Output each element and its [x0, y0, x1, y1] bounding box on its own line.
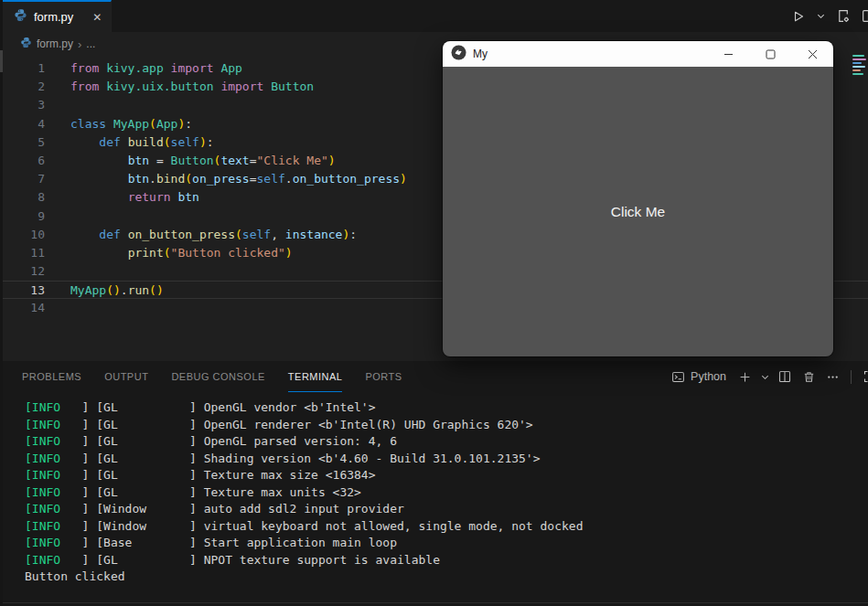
tab-debug-console[interactable]: DEBUG CONSOLE	[171, 361, 264, 392]
bottom-panel: PROBLEMS OUTPUT DEBUG CONSOLE TERMINAL P…	[3, 361, 868, 606]
click-me-button[interactable]: Click Me	[443, 67, 833, 356]
terminal-line: [INFO ] [GL ] OpenGL vendor <b'Intel'>	[25, 399, 868, 417]
breadcrumb-more[interactable]: ...	[86, 37, 95, 50]
python-file-icon	[14, 8, 27, 26]
kivy-app-window: My Click Me	[443, 41, 833, 356]
terminal-line: [INFO ] [Window ] virtual keyboard not a…	[25, 518, 868, 536]
python-file-icon	[20, 37, 32, 51]
terminal-line: [INFO ] [GL ] Shading version <b'4.60 - …	[25, 451, 868, 468]
minimap[interactable]	[852, 53, 868, 110]
shell-label: Python	[691, 370, 726, 383]
terminal-line: Button clicked	[25, 569, 868, 586]
kivy-window-title: My	[473, 48, 488, 60]
panel-tabs: PROBLEMS OUTPUT DEBUG CONSOLE TERMINAL P…	[3, 361, 402, 392]
terminal-line: [INFO ] [Window ] auto add sdl2 input pr…	[25, 501, 868, 518]
terminal-dropdown-chevron-icon[interactable]	[757, 366, 772, 388]
split-editor-icon[interactable]	[857, 5, 868, 27]
toolbar-divider	[851, 370, 852, 384]
tab-form-py[interactable]: form.py ✕	[3, 0, 112, 32]
maximize-panel-icon[interactable]	[859, 366, 868, 388]
terminal-line: [INFO ] [GL ] Texture max size <16384>	[25, 467, 868, 484]
kivy-titlebar[interactable]: My	[443, 41, 833, 67]
split-terminal-icon[interactable]	[774, 366, 796, 388]
more-actions-icon[interactable]	[821, 366, 843, 388]
terminal-line: [INFO ] [Base ] Start application main l…	[25, 535, 868, 552]
tab-label: form.py	[34, 10, 73, 24]
tab-ports[interactable]: PORTS	[365, 361, 402, 392]
breadcrumb-separator: ›	[78, 37, 81, 51]
terminal-line: [INFO ] [GL ] Texture max units <32>	[25, 484, 868, 502]
close-icon[interactable]	[791, 41, 833, 67]
tab-output[interactable]: OUTPUT	[104, 361, 148, 392]
shell-selector[interactable]: Python	[666, 370, 732, 384]
tab-close-icon[interactable]: ✕	[92, 12, 102, 23]
sash-handle[interactable]	[0, 50, 3, 72]
run-python-file-button[interactable]	[788, 5, 809, 27]
tab-terminal[interactable]: TERMINAL	[288, 361, 343, 392]
editor-actions	[788, 0, 868, 32]
kivy-window-controls	[707, 41, 833, 67]
terminal-line: [INFO ] [GL ] NPOT texture support is av…	[25, 552, 868, 569]
panel-bottom-border	[3, 602, 868, 603]
editor-tab-bar: form.py ✕	[3, 0, 868, 32]
panel-header: PROBLEMS OUTPUT DEBUG CONSOLE TERMINAL P…	[3, 361, 868, 392]
terminal-toolbar: Python	[666, 366, 868, 388]
new-terminal-icon[interactable]	[734, 366, 755, 388]
kivy-logo-icon	[451, 45, 466, 64]
tab-problems[interactable]: PROBLEMS	[22, 361, 81, 392]
terminal-icon	[671, 370, 685, 384]
vscode-window: form.py ✕	[0, 0, 868, 606]
breadcrumb-file[interactable]: form.py	[37, 37, 73, 50]
minimize-icon[interactable]	[707, 41, 749, 67]
run-dropdown-chevron-icon[interactable]	[813, 5, 828, 27]
terminal-line: [INFO ] [GL ] OpenGL renderer <b'Intel(R…	[25, 417, 868, 434]
kill-terminal-icon[interactable]	[798, 366, 820, 388]
editor-settings-icon[interactable]	[831, 5, 853, 27]
terminal-line: [INFO ] [GL ] OpenGL parsed version: 4, …	[25, 433, 868, 451]
terminal-output[interactable]: [INFO ] [GL ] OpenGL vendor <b'Intel'>[I…	[3, 392, 868, 586]
maximize-icon[interactable]	[749, 41, 791, 67]
kivy-window-content: Click Me	[443, 67, 833, 356]
